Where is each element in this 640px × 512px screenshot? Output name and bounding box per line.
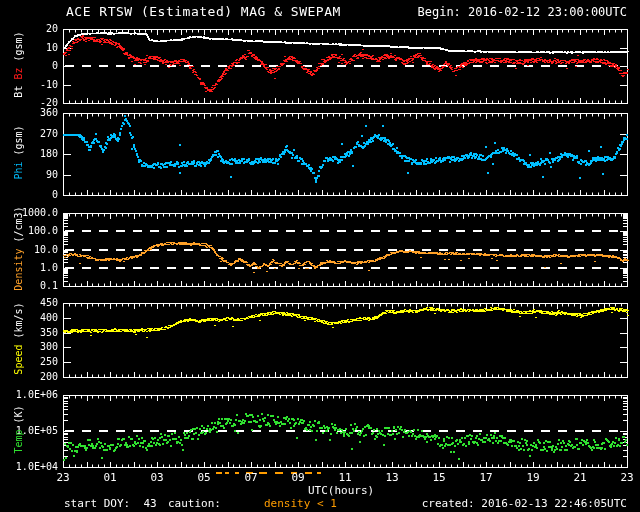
y-tick-label: 350	[0, 327, 58, 338]
y-tick-label: 400	[0, 312, 58, 323]
y-tick-label: 1.0E+05	[0, 425, 58, 436]
y-tick-label: 270	[0, 128, 58, 139]
y-tick-label: 1.0E+06	[0, 389, 58, 400]
ace-rtsw-plot: ACE RTSW (Estimated) MAG & SWEPAM Begin:…	[0, 0, 640, 512]
y-tick-label: 0	[0, 60, 58, 71]
x-tick-label: 11	[333, 471, 357, 484]
begin-timestamp: Begin: 2016-02-12 23:00:00UTC	[417, 5, 627, 19]
panel-ylabel-part: Temp	[13, 430, 24, 454]
y-tick-label: 180	[0, 148, 58, 159]
footer-caution-label: caution:	[168, 497, 221, 510]
panel-ylabel-part: (K)	[13, 405, 24, 429]
plot-canvas	[0, 0, 640, 512]
footer-start-doy: start DOY: 43	[64, 497, 157, 510]
x-tick-label: 23	[615, 471, 639, 484]
y-tick-label: 10.0	[0, 244, 58, 255]
y-tick-label: 450	[0, 297, 58, 308]
x-tick-label: 13	[380, 471, 404, 484]
y-tick-label: 360	[0, 107, 58, 118]
y-tick-label: 90	[0, 169, 58, 180]
panel-ylabel-part: (gsm)	[13, 31, 24, 67]
x-tick-label: 23	[51, 471, 75, 484]
y-tick-label: 20	[0, 23, 58, 34]
y-tick-label: 0.1	[0, 280, 58, 291]
x-tick-label: 19	[521, 471, 545, 484]
plot-title: ACE RTSW (Estimated) MAG & SWEPAM	[66, 4, 341, 19]
x-tick-label: 03	[145, 471, 169, 484]
y-tick-label: -10	[0, 79, 58, 90]
y-tick-label: 100.0	[0, 225, 58, 236]
x-tick-label: 05	[192, 471, 216, 484]
y-tick-label: 300	[0, 341, 58, 352]
y-tick-label: 1.0	[0, 262, 58, 273]
panel-ylabel-part: (km/s)	[13, 302, 24, 344]
x-tick-label: 15	[427, 471, 451, 484]
x-axis-label: UTC(hours)	[308, 484, 374, 497]
x-tick-label: 17	[474, 471, 498, 484]
footer-caution-value: density < 1	[264, 497, 337, 510]
y-tick-label: 250	[0, 356, 58, 367]
x-tick-label: 01	[98, 471, 122, 484]
x-tick-label: 09	[286, 471, 310, 484]
footer-created-timestamp: created: 2016-02-13 22:46:05UTC	[422, 497, 627, 510]
panel-ylabel-part: (gsm)	[13, 125, 24, 161]
y-tick-label: 200	[0, 371, 58, 382]
y-tick-label: 10	[0, 42, 58, 53]
y-tick-label: 0	[0, 189, 58, 200]
x-tick-label: 07	[239, 471, 263, 484]
panel-ylabel: Temp (K)	[13, 350, 24, 510]
panel-ylabel-part: (/cm3)	[13, 206, 24, 248]
x-tick-label: 21	[568, 471, 592, 484]
y-tick-label: 1.0E+04	[0, 461, 58, 472]
y-tick-label: 1000.0	[0, 207, 58, 218]
